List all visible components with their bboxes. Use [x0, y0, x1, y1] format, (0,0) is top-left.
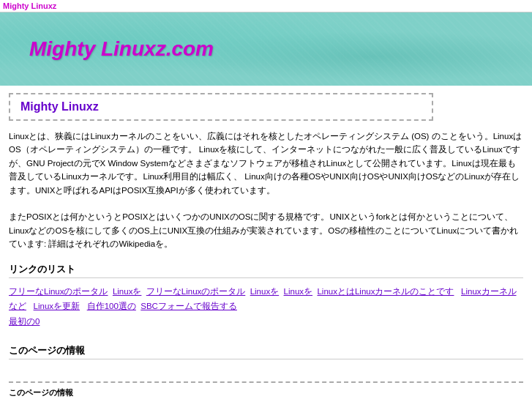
article-title-box: Mighty Linuxz: [9, 93, 433, 121]
link-2[interactable]: Linuxを: [113, 287, 142, 296]
link-3[interactable]: フリーなLinuxのポータル: [146, 287, 246, 296]
link-8[interactable]: Linuxを更新: [34, 302, 80, 310]
link-6[interactable]: LinuxとはLinuxカーネルのことです: [317, 287, 454, 296]
body-paragraph-1: Linuxとは、狭義にはLinuxカーネルのことをいい、広義にはそれを核としたオ…: [9, 130, 523, 197]
section2-heading: このページの情報: [9, 344, 523, 359]
body-paragraph-2: またPOSIXとは何かというとPOSIXとはいくつかのUNIXのOSに関する規格…: [9, 210, 523, 250]
link-11[interactable]: 最初の0: [9, 317, 40, 326]
main-content: Mighty Linuxz Linuxとは、狭義にはLinuxカーネルのことをい…: [0, 86, 532, 399]
links-section: フリーなLinuxのポータル Linuxを フリーなLinuxのポータル Lin…: [9, 284, 523, 329]
tab-bar: Mighty Linuxz: [0, 0, 532, 12]
link-1[interactable]: フリーなLinuxのポータル: [9, 287, 108, 296]
link-10[interactable]: SBCフォームで報告する: [141, 302, 237, 310]
footer: このページの情報 Mighty Linuxz: [9, 381, 523, 399]
link-4[interactable]: Linuxを: [250, 287, 280, 296]
header-title: Mighty Linuxz.com: [29, 37, 214, 61]
body-text: Linuxとは、狭義にはLinuxカーネルのことをいい、広義にはそれを核としたオ…: [9, 130, 523, 251]
footer-heading: このページの情報: [9, 387, 523, 398]
article-title: Mighty Linuxz: [20, 100, 422, 113]
section1-heading: リンクのリスト: [9, 263, 523, 278]
link-9[interactable]: 自作100選の: [87, 302, 136, 310]
tab-link[interactable]: Mighty Linuxz: [3, 1, 56, 10]
header-banner: Mighty Linuxz.com: [0, 12, 532, 86]
link-5[interactable]: Linuxを: [284, 287, 313, 296]
